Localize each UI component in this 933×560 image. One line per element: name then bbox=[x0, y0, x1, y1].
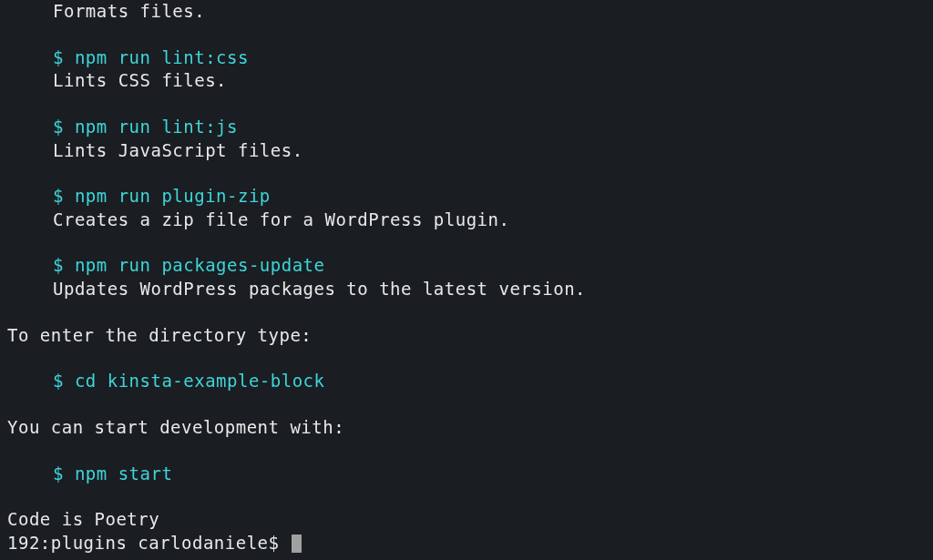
command-line: $ npm run packages-update bbox=[7, 254, 926, 278]
blank-line bbox=[7, 347, 926, 370]
blank-line bbox=[7, 301, 926, 324]
section-label: To enter the directory type: bbox=[7, 324, 926, 348]
section-label: You can start development with: bbox=[7, 416, 926, 440]
command-description: Creates a zip file for a WordPress plugi… bbox=[7, 209, 926, 232]
command-line: $ npm run lint:css bbox=[7, 46, 926, 70]
command-line: $ npm start bbox=[7, 463, 926, 486]
command-line: $ npm run lint:js bbox=[7, 116, 926, 139]
prompt-line[interactable]: 192:plugins carlodaniele$ bbox=[7, 532, 926, 555]
command-description: Lints CSS files. bbox=[7, 69, 926, 93]
blank-line bbox=[7, 485, 926, 508]
command-description: Lints JavaScript files. bbox=[7, 139, 926, 163]
blank-line bbox=[7, 440, 926, 463]
tagline: Code is Poetry bbox=[7, 508, 926, 532]
command-line: $ cd kinsta-example-block bbox=[7, 370, 926, 393]
command-line: $ npm run plugin-zip bbox=[7, 185, 926, 209]
blank-line bbox=[7, 93, 926, 116]
terminal-output[interactable]: Formats files. $ npm run lint:css Lints … bbox=[0, 0, 933, 555]
blank-line bbox=[7, 393, 926, 416]
blank-line bbox=[7, 231, 926, 254]
command-description: Formats files. bbox=[7, 0, 926, 24]
blank-line bbox=[7, 24, 926, 46]
prompt-text: 192:plugins carlodaniele$ bbox=[7, 533, 290, 553]
command-description: Updates WordPress packages to the latest… bbox=[7, 278, 926, 301]
cursor-icon bbox=[292, 535, 302, 553]
blank-line bbox=[7, 162, 926, 185]
